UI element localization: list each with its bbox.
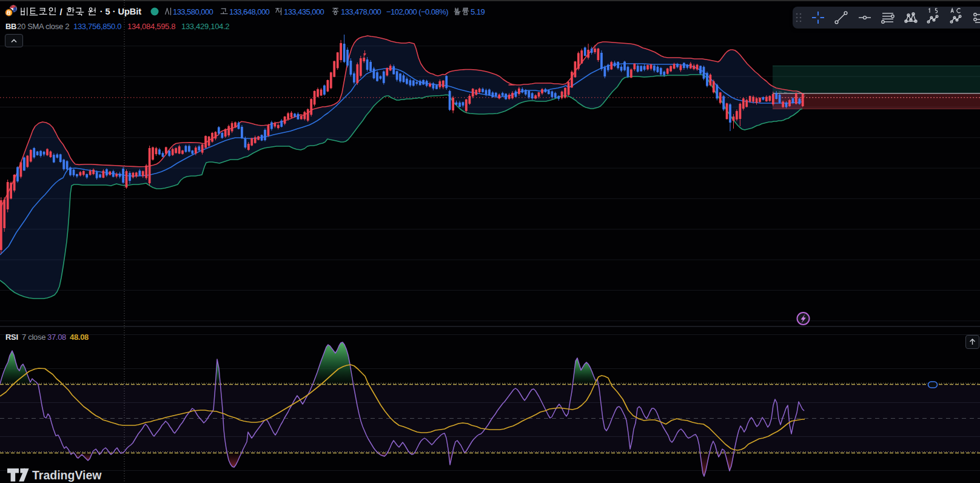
svg-text:TradingView: TradingView — [32, 468, 102, 482]
svg-text:133,435,000: 133,435,000 — [284, 7, 324, 16]
svg-text:5.19: 5.19 — [471, 7, 485, 16]
svg-text:133,648,000: 133,648,000 — [229, 7, 270, 16]
svg-text:133,478,000: 133,478,000 — [341, 7, 381, 16]
svg-text:−102,000 (−0.08%): −102,000 (−0.08%) — [386, 7, 448, 16]
